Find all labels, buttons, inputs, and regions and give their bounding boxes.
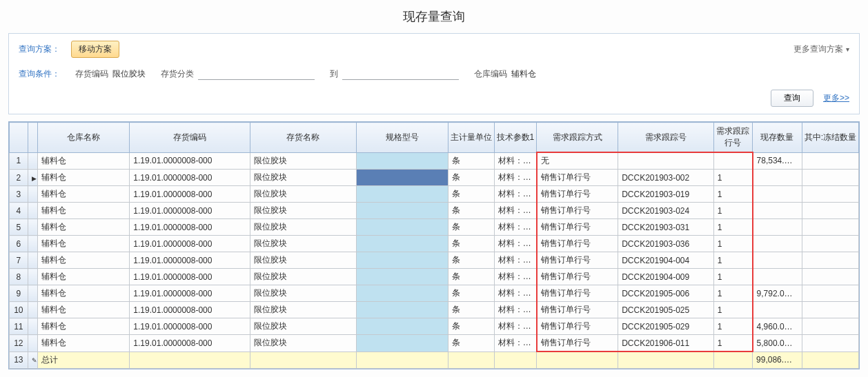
cell-qty: 4,960.0…: [753, 318, 802, 335]
to-input[interactable]: [342, 68, 459, 80]
cell-tech: 材料：K…: [494, 170, 537, 186]
to-field: 到: [330, 68, 459, 80]
table-row[interactable]: 12辅料仓1.19.01.0000008-000限位胶块条材料：K…销售订单行号…: [10, 335, 859, 352]
table-row[interactable]: 2▶辅料仓1.19.01.0000008-000限位胶块条材料：K…销售订单行号…: [10, 170, 859, 186]
table-row[interactable]: 5辅料仓1.19.01.0000008-000限位胶块条材料：K…销售订单行号D…: [10, 219, 859, 236]
cell-warehouse: 辅料仓: [38, 186, 130, 203]
table-row[interactable]: 10辅料仓1.19.01.0000008-000限位胶块条材料：K…销售订单行号…: [10, 302, 859, 318]
more-scheme-dropdown[interactable]: 更多查询方案 ▾: [793, 43, 849, 55]
table-row[interactable]: 8辅料仓1.19.01.0000008-000限位胶块条材料：K…销售订单行号D…: [10, 269, 859, 285]
cell-tech: 材料：K…: [494, 335, 537, 352]
col-tech[interactable]: 技术参数1: [494, 123, 537, 153]
row-marker: [28, 186, 37, 203]
cell-qty: 9,792.0…: [753, 285, 802, 302]
cell-name: 限位胶块: [250, 203, 356, 219]
cell-frozen: [802, 170, 858, 186]
cell-name: 限位胶块: [250, 236, 356, 252]
cell-frozen: [802, 219, 858, 236]
cell-tech: 材料：K…: [494, 236, 537, 252]
col-name[interactable]: 存货名称: [250, 123, 356, 153]
cell-track-line: 1: [713, 318, 752, 335]
table-row[interactable]: 4辅料仓1.19.01.0000008-000限位胶块条材料：K…销售订单行号D…: [10, 203, 859, 219]
cell-warehouse: 辅料仓: [38, 236, 130, 252]
cell-track-no: DCCK201904-009: [618, 269, 713, 285]
cell-spec: [356, 152, 448, 170]
cell-track-mode: 无: [537, 152, 618, 170]
cell-code: 1.19.01.0000008-000: [130, 269, 250, 285]
inventory-cat-input[interactable]: [198, 68, 315, 80]
cell-track-line: 1: [713, 285, 752, 302]
row-number: 9: [10, 285, 28, 302]
col-spec[interactable]: 规格型号: [356, 123, 448, 153]
col-qty[interactable]: 现存数量: [753, 123, 802, 153]
col-track-no[interactable]: 需求跟踪号: [618, 123, 713, 153]
query-button[interactable]: 查询: [771, 90, 813, 107]
cell-frozen: [802, 269, 858, 285]
cell-frozen: [802, 236, 858, 252]
more-link[interactable]: 更多>>: [823, 92, 849, 104]
cell-track-no: DCCK201905-006: [618, 285, 713, 302]
row-number: 1: [10, 152, 28, 170]
cell-tech: 材料：K…: [494, 269, 537, 285]
cell-track-line: 1: [713, 170, 752, 186]
cell-code: 1.19.01.0000008-000: [130, 252, 250, 269]
col-code[interactable]: 存货编码: [130, 123, 250, 153]
cell-tech: 材料：K…: [494, 203, 537, 219]
cell-code: 1.19.01.0000008-000: [130, 335, 250, 352]
cell-frozen: [802, 302, 858, 318]
row-number: 5: [10, 219, 28, 236]
row-marker: [28, 269, 37, 285]
row-marker: [28, 318, 37, 335]
col-marker[interactable]: [28, 123, 37, 153]
col-track-mode[interactable]: 需求跟踪方式: [537, 123, 618, 153]
col-warehouse[interactable]: 仓库名称: [38, 123, 130, 153]
cell-qty: [753, 269, 802, 285]
cell-unit: 条: [448, 219, 494, 236]
cell-warehouse: 辅料仓: [38, 252, 130, 269]
cell-code: 1.19.01.0000008-000: [130, 203, 250, 219]
cell-warehouse: 辅料仓: [38, 302, 130, 318]
cell-name: 限位胶块: [250, 219, 356, 236]
move-scheme-button[interactable]: 移动方案: [71, 41, 119, 58]
cell-track-mode: 销售订单行号: [537, 186, 618, 203]
cell-track-no: [618, 152, 713, 170]
col-unit[interactable]: 主计量单位: [448, 123, 494, 153]
cell-total-label: 总计: [38, 351, 130, 368]
inventory-code-value: 限位胶块: [112, 68, 146, 80]
row-marker: ✎: [28, 351, 37, 368]
cell-frozen: [802, 335, 858, 352]
grid-header-row: 仓库名称 存货编码 存货名称 规格型号 主计量单位 技术参数1 需求跟踪方式 需…: [10, 123, 859, 153]
col-track-line[interactable]: 需求跟踪行号: [713, 123, 752, 153]
row-marker: [28, 335, 37, 352]
cell-qty: [753, 219, 802, 236]
cell-qty: [753, 252, 802, 269]
cell-unit: 条: [448, 269, 494, 285]
cell-track-line: 1: [713, 236, 752, 252]
table-row[interactable]: 6辅料仓1.19.01.0000008-000限位胶块条材料：K…销售订单行号D…: [10, 236, 859, 252]
row-number: 4: [10, 203, 28, 219]
table-row[interactable]: 1辅料仓1.19.01.0000008-000限位胶块条材料：K…无78,534…: [10, 152, 859, 170]
cell-unit: 条: [448, 335, 494, 352]
cell-unit: 条: [448, 203, 494, 219]
cell-code: 1.19.01.0000008-000: [130, 170, 250, 186]
col-frozen[interactable]: 其中:冻结数量: [802, 123, 858, 153]
cell-track-mode: 销售订单行号: [537, 252, 618, 269]
cell-track-mode: 销售订单行号: [537, 219, 618, 236]
cell-spec: [356, 285, 448, 302]
cell-unit: 条: [448, 152, 494, 170]
col-rownum[interactable]: [10, 123, 28, 153]
table-row[interactable]: 11辅料仓1.19.01.0000008-000限位胶块条材料：K…销售订单行号…: [10, 318, 859, 335]
warehouse-value: 辅料仓: [511, 68, 536, 80]
to-label: 到: [330, 68, 338, 80]
cell-frozen: [802, 252, 858, 269]
cell-frozen: [802, 186, 858, 203]
cell-track-mode: 销售订单行号: [537, 285, 618, 302]
cell-qty: [753, 203, 802, 219]
page-title: 现存量查询: [0, 0, 868, 33]
row-marker: [28, 236, 37, 252]
table-row[interactable]: 9辅料仓1.19.01.0000008-000限位胶块条材料：K…销售订单行号D…: [10, 285, 859, 302]
table-row[interactable]: 3辅料仓1.19.01.0000008-000限位胶块条材料：K…销售订单行号D…: [10, 186, 859, 203]
data-grid: 仓库名称 存货编码 存货名称 规格型号 主计量单位 技术参数1 需求跟踪方式 需…: [8, 121, 860, 369]
table-row[interactable]: 7辅料仓1.19.01.0000008-000限位胶块条材料：K…销售订单行号D…: [10, 252, 859, 269]
cell-track-line: 1: [713, 203, 752, 219]
